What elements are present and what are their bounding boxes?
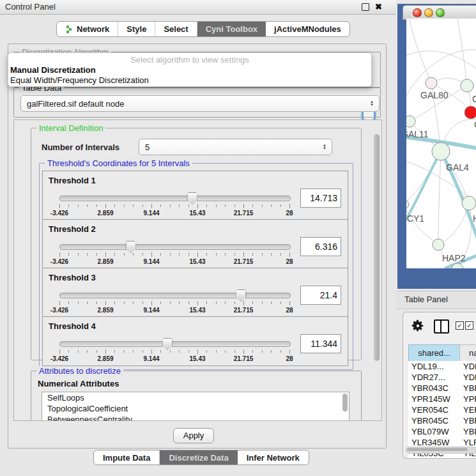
network-node-hap2[interactable] <box>433 239 444 250</box>
list-item[interactable]: SelfLoops <box>42 392 349 403</box>
column-header-shared-name[interactable]: shared... <box>408 344 460 362</box>
network-node-gal80[interactable] <box>426 77 437 89</box>
checkbox-icon[interactable]: ✓ <box>456 321 464 330</box>
network-node-gal4[interactable] <box>432 142 450 160</box>
slider-track[interactable] <box>59 341 291 347</box>
table-cell[interactable]: YPR1 <box>460 394 476 404</box>
group-title: Interval Definition <box>36 123 105 133</box>
threshold-slider[interactable]: -3.4262.8599.14415.4321.71528 <box>59 339 289 362</box>
tab-label: Network <box>77 24 109 34</box>
attributes-group: Attributes to discretize Numerical Attri… <box>31 371 362 421</box>
table-cell[interactable]: YPR145W <box>408 394 463 404</box>
tab-label: Select <box>164 24 188 34</box>
threshold-value-input[interactable] <box>300 334 341 353</box>
slider-track[interactable] <box>59 244 291 250</box>
network-icon <box>65 25 73 34</box>
attributes-listbox: SelfLoops TopologicalCoefficient Between… <box>42 392 349 421</box>
slider-track[interactable] <box>59 196 291 201</box>
network-node-gal11[interactable] <box>406 116 415 127</box>
table-cell[interactable]: YBL079W <box>408 426 463 437</box>
tab-discretize-data[interactable]: Discretize Data <box>160 450 237 464</box>
group-title: Attributes to discretize <box>36 366 123 376</box>
slider-tick-labels: -3.4262.8599.14415.4321.71528 <box>59 258 289 265</box>
tab-infer-network[interactable]: Infer Network <box>238 450 309 464</box>
threshold-value-input[interactable] <box>300 237 341 256</box>
tab-network[interactable]: Network <box>57 22 118 36</box>
table-data-combobox[interactable]: galFiltered.sif default node ▲▼ <box>20 95 380 112</box>
checkbox-icon[interactable]: ✓ <box>465 321 473 330</box>
slider-thumb[interactable] <box>236 289 247 302</box>
close-traffic-light[interactable] <box>413 8 422 17</box>
slider-tick-labels: -3.4262.8599.14415.4321.71528 <box>59 210 289 217</box>
numerical-attributes-label: Numerical Attributes <box>38 379 119 388</box>
table-cell[interactable]: YDR27... <box>408 372 463 383</box>
network-node[interactable] <box>461 79 473 92</box>
tab-cyni-toolbox[interactable]: Cyni Toolbox <box>197 22 266 36</box>
threshold-slider[interactable]: -3.4262.8599.14415.4321.71528 <box>59 290 289 313</box>
tab-select[interactable]: Select <box>155 22 197 36</box>
slider-thumb[interactable] <box>162 338 173 350</box>
slider-track[interactable] <box>59 293 291 298</box>
bottom-tabbar: Impute Data Discretize Data Infer Networ… <box>93 450 309 465</box>
network-node-selected[interactable] <box>464 106 476 119</box>
node-label: HAP2 <box>442 253 466 263</box>
slider-ticks <box>59 301 289 306</box>
list-item[interactable]: TopologicalCoefficient <box>42 403 349 414</box>
panel-scrollbar-thumb[interactable] <box>374 134 380 361</box>
num-intervals-combobox[interactable]: 5 ▲▼ <box>139 139 332 155</box>
float-window-icon[interactable] <box>362 3 369 11</box>
table-data-selected: galFiltered.sif default node <box>27 99 124 109</box>
column-header-name[interactable]: na <box>459 344 476 362</box>
node-table: shared... na YDL19... YDL1 YDR27... YDR2… <box>408 344 476 458</box>
table-data-group: Table Data galFiltered.sif default node … <box>13 88 381 118</box>
network-node-h[interactable] <box>462 196 476 210</box>
table-cell[interactable]: YBR043C <box>408 383 463 394</box>
table-cell[interactable]: YER054C <box>408 404 463 415</box>
list-scrollbar-thumb[interactable] <box>342 394 348 411</box>
table-cell[interactable]: YBR0 <box>460 415 476 426</box>
slider-ticks <box>59 252 289 257</box>
settings-scroll-panel: Interval Definition Number of Intervals … <box>13 119 382 421</box>
tab-style[interactable]: Style <box>118 22 155 36</box>
algorithm-dropdown: Select algorithm to view settings Manual… <box>8 52 372 87</box>
network-window: GAL80 GAL11 GAL4 GCY1 HAP2 H G C <box>397 4 476 289</box>
list-item[interactable]: BetweennessCentrality <box>42 414 349 421</box>
threshold-slider[interactable]: -3.4262.8599.14415.4321.71528 <box>59 242 289 265</box>
network-canvas[interactable]: GAL80 GAL11 GAL4 GCY1 HAP2 H G C <box>406 19 476 268</box>
split-view-icon[interactable] <box>434 319 449 334</box>
table-cell[interactable]: YBL0 <box>460 426 476 437</box>
threshold-label: Threshold 4 <box>49 321 96 331</box>
tab-impute-data[interactable]: Impute Data <box>94 450 160 464</box>
network-window-titlebar[interactable] <box>403 5 476 20</box>
table-cell[interactable]: YBR045C <box>408 415 463 426</box>
table-toolbar: ✓ ✓ <box>403 312 476 341</box>
combo-stepper-icon: ▲▼ <box>323 144 326 150</box>
control-panel-title: Control Panel <box>5 0 56 14</box>
threshold-row-1: Threshold 1 -3.4262.8599.14415.4321.7152… <box>42 171 348 220</box>
control-panel-titlebar: Control Panel ✖ <box>0 0 396 15</box>
slider-thumb[interactable] <box>187 192 197 204</box>
dropdown-option-equal-width[interactable]: Equal Width/Frequency Discretization <box>8 75 371 86</box>
zoom-traffic-light[interactable] <box>436 8 445 17</box>
gear-icon[interactable] <box>411 319 425 333</box>
dropdown-option-manual[interactable]: Manual Discretization <box>8 65 371 75</box>
apply-button[interactable]: Apply <box>173 428 214 443</box>
table-cell[interactable]: YBR0 <box>460 383 476 394</box>
tab-label: Style <box>127 24 146 34</box>
table-cell[interactable]: YDR2 <box>460 372 476 383</box>
table-cell[interactable]: YER0 <box>460 404 476 415</box>
minimize-traffic-light[interactable] <box>424 8 433 17</box>
slider-thumb[interactable] <box>125 241 136 253</box>
cyni-toolbox-panel: Discretization Algorithm Table Data galF… <box>8 43 387 449</box>
table-horizontal-scrollbar[interactable] <box>406 447 476 454</box>
group-title: Threshold's Coordinates for 5 Intervals <box>45 158 192 168</box>
threshold-value-input[interactable] <box>300 286 341 305</box>
close-icon[interactable]: ✖ <box>375 1 382 13</box>
threshold-value-input[interactable] <box>300 188 341 208</box>
slider-ticks <box>59 349 289 355</box>
table-cell[interactable]: YDL19... <box>408 361 463 372</box>
tab-jactivemnodules[interactable]: jActiveMNodules <box>266 22 349 36</box>
table-cell[interactable]: YDL1 <box>460 361 476 372</box>
threshold-slider[interactable]: -3.4262.8599.14415.4321.71528 <box>59 193 289 216</box>
network-node-gcy1[interactable] <box>406 200 409 209</box>
